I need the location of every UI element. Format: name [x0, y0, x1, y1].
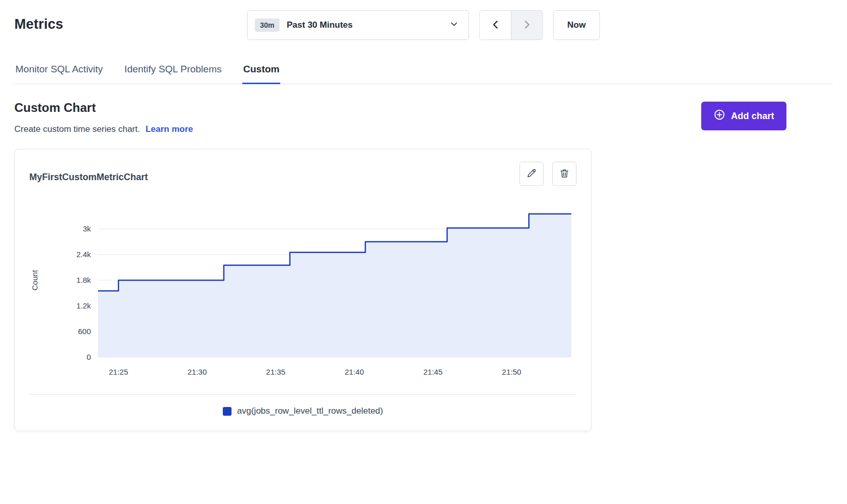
time-controls: 30m Past 30 Minutes Now [247, 10, 600, 40]
chart-card: MyFirstCustomMetricChart 06001.2k1.8k2.4… [14, 149, 591, 431]
section-subtitle-text: Create custom time series chart. [14, 124, 140, 134]
add-chart-button[interactable]: Add chart [701, 102, 786, 130]
x-tick-label: 21:40 [345, 367, 364, 376]
legend-swatch [223, 407, 232, 416]
x-tick-label: 21:45 [424, 367, 443, 376]
y-tick-label: 0 [87, 353, 91, 361]
y-tick-label: 3k [83, 224, 91, 233]
y-tick-label: 1.8k [76, 276, 91, 284]
chevron-down-icon [449, 19, 459, 31]
y-tick-label: 2.4k [76, 250, 91, 259]
x-tick-label: 21:30 [187, 367, 207, 376]
add-chart-label: Add chart [731, 111, 774, 122]
section-title: Custom Chart [14, 101, 193, 115]
time-range-label: Past 30 Minutes [287, 20, 442, 30]
edit-chart-button[interactable] [519, 162, 544, 186]
metrics-page: Metrics 30m Past 30 Minutes [0, 0, 847, 431]
tab-identify-sql-problems[interactable]: Identify SQL Problems [123, 61, 222, 84]
circle-plus-icon [714, 109, 725, 123]
series-area [98, 214, 571, 357]
now-button[interactable]: Now [553, 10, 600, 40]
chevron-left-icon [490, 19, 501, 32]
chevron-right-icon [522, 19, 533, 32]
time-back-button[interactable] [480, 11, 511, 40]
custom-chart-intro: Custom Chart Create custom time series c… [14, 101, 193, 134]
custom-chart-section-header: Custom Chart Create custom time series c… [14, 101, 786, 134]
tab-custom[interactable]: Custom [242, 61, 281, 84]
time-step-buttons [479, 10, 543, 40]
chart-svg: 06001.2k1.8k2.4k3k21:2521:3021:3521:4021… [29, 191, 576, 387]
x-tick-label: 21:50 [502, 367, 522, 376]
edit-pencil-icon [526, 168, 537, 180]
time-forward-button[interactable] [511, 11, 543, 40]
time-series-chart: 06001.2k1.8k2.4k3k21:2521:3021:3521:4021… [29, 191, 576, 389]
card-divider [29, 394, 576, 395]
chart-legend: avg(jobs_row_level_ttl_rows_deleted) [29, 406, 576, 416]
tab-monitor-sql-activity[interactable]: Monitor SQL Activity [14, 61, 104, 84]
section-subtitle: Create custom time series chart. Learn m… [14, 124, 193, 134]
time-range-dropdown[interactable]: 30m Past 30 Minutes [247, 10, 469, 40]
legend-label[interactable]: avg(jobs_row_level_ttl_rows_deleted) [237, 406, 383, 416]
metrics-tabs: Monitor SQL Activity Identify SQL Proble… [14, 61, 833, 84]
y-tick-label: 600 [78, 327, 91, 336]
learn-more-link[interactable]: Learn more [145, 124, 193, 134]
delete-trash-icon [559, 168, 570, 180]
delete-chart-button[interactable] [552, 162, 576, 186]
header: Metrics 30m Past 30 Minutes [14, 10, 833, 50]
x-tick-label: 21:35 [266, 367, 285, 376]
chart-card-header: MyFirstCustomMetricChart [29, 162, 576, 186]
chart-title: MyFirstCustomMetricChart [29, 162, 148, 183]
x-tick-label: 21:25 [109, 367, 128, 376]
chart-card-actions [519, 162, 576, 186]
time-range-badge: 30m [255, 18, 280, 32]
y-tick-label: 1.2k [76, 301, 91, 310]
y-axis-label: Count [30, 269, 39, 290]
